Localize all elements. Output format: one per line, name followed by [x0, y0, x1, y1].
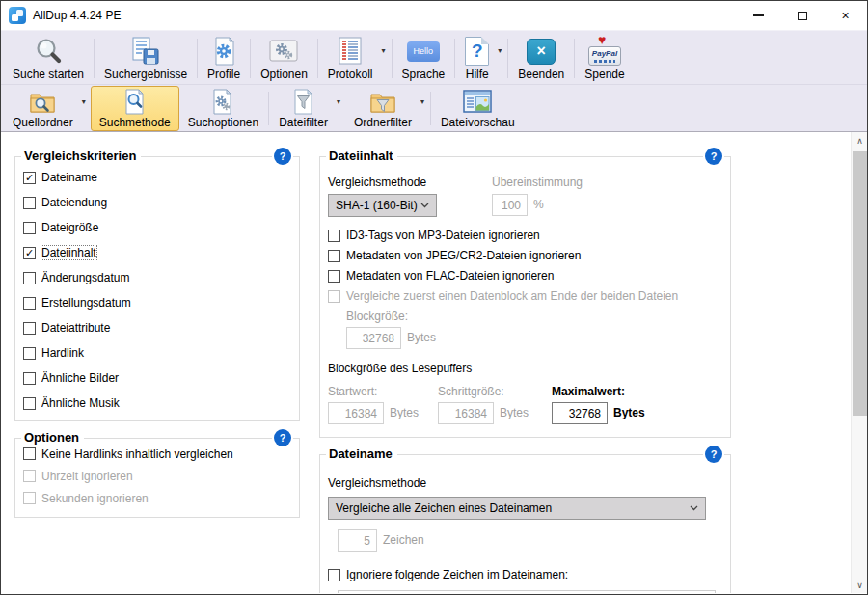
method-label: Vergleichsmethode [328, 176, 426, 189]
search-results-icon [130, 36, 161, 67]
checkbox-unchecked[interactable] [23, 447, 36, 460]
checkbox-label: Änderungsdatum [41, 271, 129, 284]
hello-text: Hello [414, 46, 434, 56]
criteria-checkbox-row[interactable]: Dateigröße [23, 215, 295, 240]
checkbox-label: Vergleiche zuerst einen Datenblock am En… [346, 289, 678, 303]
start-value-unit: Bytes [390, 406, 419, 419]
criteria-checkbox-row[interactable]: Hardlink [23, 340, 295, 365]
checkbox-unchecked[interactable] [23, 347, 36, 360]
file-name-group-title: Dateiname [326, 446, 397, 461]
checkbox-label: Sekunden ignorieren [41, 492, 149, 505]
checkbox-unchecked[interactable] [23, 297, 36, 310]
options-button[interactable]: Optionen [252, 33, 316, 84]
donate-button[interactable]: ♥PayPal Spende [576, 33, 633, 84]
start-search-button[interactable]: Suche starten [4, 33, 93, 84]
language-icon: Hello [407, 36, 440, 67]
ignore-chars-input[interactable] [338, 590, 716, 593]
help-dropdown-icon[interactable]: ▾ [498, 33, 506, 84]
file-name-help-icon[interactable]: ? [705, 446, 722, 463]
checkbox-unchecked[interactable] [328, 270, 340, 283]
protocol-icon [336, 36, 365, 67]
search-results-button[interactable]: Suchergebnisse [95, 33, 196, 84]
checkbox-unchecked[interactable] [328, 569, 340, 581]
profile-button[interactable]: Profile [199, 33, 249, 84]
alldup-window: AllDup 4.4.24 PE × Suche starten Sucherg… [0, 0, 868, 595]
checkbox-unchecked[interactable] [23, 372, 36, 385]
file-filter-dropdown-icon[interactable]: ▾ [337, 86, 345, 131]
checkbox-unchecked[interactable] [328, 230, 340, 242]
source-folder-icon [29, 89, 56, 115]
checkbox-unchecked[interactable] [328, 250, 340, 262]
match-percent-input: 100 [492, 194, 528, 216]
checkbox-disabled [23, 470, 36, 482]
source-folder-button[interactable]: Quellordner [4, 86, 82, 131]
criteria-checkbox-row[interactable]: Ähnliche Musik [23, 391, 295, 416]
id3-checkbox-row[interactable]: ID3-Tags von MP3-Dateien ignorieren [328, 229, 540, 242]
scroll-up-icon[interactable]: ∧ [852, 132, 867, 149]
flac-checkbox-row[interactable]: Metadaten von FLAC-Dateien ignorieren [328, 269, 554, 283]
search-method-label: Suchmethode [99, 116, 171, 129]
checkbox-checked[interactable]: ✓ [23, 172, 36, 184]
checkbox-unchecked[interactable] [23, 322, 36, 335]
char-count-input: 5 [338, 529, 377, 552]
file-preview-button[interactable]: Dateivorschau [432, 86, 524, 131]
buffer-title: Blockgröße des Lesepuffers [328, 362, 472, 375]
criteria-help-icon[interactable]: ? [274, 148, 291, 165]
match-unit-label: % [533, 198, 544, 211]
language-button[interactable]: Hello Sprache [393, 33, 454, 84]
jpeg-checkbox-row[interactable]: Metadaten von JPEG/CR2-Dateien ignoriere… [328, 249, 581, 262]
file-filter-button[interactable]: Dateifilter [270, 86, 337, 131]
criteria-checkbox-row[interactable]: ✓Dateiinhalt [23, 240, 295, 265]
checkbox-label: Metadaten von FLAC-Dateien ignorieren [346, 269, 554, 283]
scrollbar-thumb[interactable] [853, 151, 867, 416]
file-preview-icon [462, 89, 493, 115]
start-search-label: Suche starten [13, 68, 84, 81]
close-button[interactable]: × [824, 2, 867, 30]
hash-method-select[interactable]: SHA-1 (160-Bit) [328, 194, 437, 217]
block-size-input: 32768 [346, 327, 401, 349]
step-size-label: Schrittgröße: [438, 385, 504, 398]
protocol-button[interactable]: Protokoll [319, 33, 382, 84]
maximize-button[interactable] [780, 2, 824, 30]
chevron-down-icon [420, 203, 429, 208]
criteria-checkbox-row[interactable]: ✓Dateiname [23, 165, 295, 190]
checkbox-unchecked[interactable] [23, 397, 36, 410]
window-title: AllDup 4.4.24 PE [33, 9, 121, 22]
ignore-chars-checkbox-row[interactable]: Ignoriere folgende Zeichen im Dateinamen… [328, 568, 568, 581]
checkbox-disabled [328, 290, 340, 303]
minimize-button[interactable] [737, 2, 780, 30]
search-options-label: Suchoptionen [188, 116, 258, 129]
exit-button[interactable]: × Beenden [509, 33, 573, 84]
minimize-icon [753, 14, 764, 16]
criteria-checkbox-row[interactable]: Erstellungsdatum [23, 290, 295, 315]
checkbox-unchecked[interactable] [23, 222, 36, 234]
criteria-checkbox-row[interactable]: Änderungsdatum [23, 265, 295, 290]
profile-label: Profile [207, 68, 240, 81]
toolbar-separator [392, 39, 393, 78]
checkbox-unchecked[interactable] [23, 272, 36, 284]
criteria-checkbox-row[interactable]: Dateiendung [23, 190, 295, 215]
search-options-button[interactable]: Suchoptionen [179, 86, 267, 131]
folder-filter-button[interactable]: Ordnerfilter [345, 86, 420, 131]
search-method-button[interactable]: Suchmethode [91, 86, 179, 131]
options-checkbox-row[interactable]: Keine Hardlinks inhaltlich vergleichen [23, 443, 295, 465]
maximize-icon [798, 12, 807, 20]
file-content-help-icon[interactable]: ? [705, 148, 722, 165]
max-value-unit: Bytes [613, 406, 645, 419]
folder-filter-dropdown-icon[interactable]: ▾ [420, 86, 429, 131]
max-value-input[interactable]: 32768 [552, 402, 608, 424]
checkbox-checked[interactable]: ✓ [23, 247, 36, 259]
criteria-checkbox-row[interactable]: Dateiattribute [23, 315, 295, 340]
toolbar-separator [268, 92, 269, 125]
filename-method-select[interactable]: Vergleiche alle Zeichen eines Dateinamen [328, 497, 706, 520]
help-button[interactable]: ? Hilfe [456, 33, 498, 84]
checkbox-unchecked[interactable] [23, 197, 36, 209]
protocol-dropdown-icon[interactable]: ▾ [382, 33, 391, 84]
criteria-checkbox-row[interactable]: Ähnliche Bilder [23, 365, 295, 391]
scroll-down-icon[interactable]: ∨ [852, 577, 867, 593]
source-folder-dropdown-icon[interactable]: ▾ [82, 86, 91, 131]
criteria-group: Vergleichskriterien ? ✓Dateiname Dateien… [14, 156, 300, 421]
donate-label: Spende [584, 68, 624, 81]
checkbox-label: Ähnliche Musik [41, 396, 120, 410]
vertical-scrollbar[interactable]: ∧ ∨ [851, 132, 867, 593]
